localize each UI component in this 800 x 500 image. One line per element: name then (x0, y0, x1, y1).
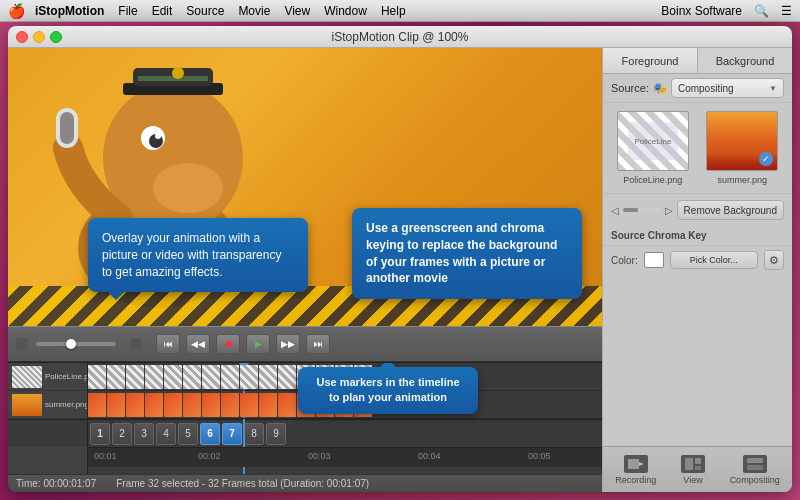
svg-text:PoliceLine: PoliceLine (634, 137, 671, 146)
frame-num-1: 1 (90, 423, 110, 445)
tooltip-overlay-left: Overlay your animation with a picture or… (88, 218, 308, 292)
right-bottom-toolbar: Recording View Compositing (603, 446, 792, 492)
opacity-slider[interactable] (623, 208, 661, 212)
step-forward-button[interactable]: ▶▶ (276, 334, 300, 354)
thumb-summer-6 (183, 393, 201, 417)
background-tab[interactable]: Background (698, 48, 792, 73)
time-00-04: 00:04 (418, 451, 441, 461)
dropdown-arrow: ▼ (769, 84, 777, 93)
menu-source[interactable]: Source (186, 4, 224, 18)
color-options-button[interactable]: ⚙ (764, 250, 784, 270)
apple-menu[interactable]: 🍎 (8, 3, 25, 19)
thumb-summer-10 (259, 393, 277, 417)
close-button[interactable] (16, 31, 28, 43)
thumb-police-6 (183, 365, 201, 389)
menu-movie[interactable]: Movie (238, 4, 270, 18)
thumb-police-4 (145, 365, 163, 389)
timeline-area: PoliceLine.png summer.png (8, 362, 602, 492)
timeline-ruler: 00:01 00:02 00:03 00:04 00:05 (88, 447, 602, 467)
video-preview[interactable]: Overlay your animation with a picture or… (8, 48, 602, 326)
timeline-marker-tooltip: Use markers in the timeline to plan your… (298, 367, 478, 414)
time-00-05: 00:05 (528, 451, 551, 461)
compositing-tool-icon (743, 455, 767, 473)
compositing-icon: 🎭 (653, 82, 667, 95)
frame-info: Frame 32 selected - 32 Frames total (Dur… (116, 478, 369, 489)
playback-scrubber[interactable] (36, 342, 116, 346)
recording-icon (624, 455, 648, 473)
clip-end-icon (130, 338, 142, 350)
window-title: iStopMotion Clip @ 100% (332, 30, 469, 44)
time-display: Time: 00:00:01:07 (16, 478, 96, 489)
police-thumb-svg: PoliceLine (618, 112, 688, 170)
menu-edit[interactable]: Edit (152, 4, 173, 18)
recording-tool[interactable]: Recording (607, 451, 664, 489)
clip-icon (16, 338, 28, 350)
play-button[interactable]: ▶ (246, 334, 270, 354)
thumb-police-11 (278, 365, 296, 389)
frame-num-8: 8 (244, 423, 264, 445)
search-icon[interactable]: 🔍 (754, 4, 769, 18)
menu-help[interactable]: Help (381, 4, 406, 18)
thumb-summer-4 (145, 393, 163, 417)
minimize-button[interactable] (33, 31, 45, 43)
rewind-button[interactable]: ⏮ (156, 334, 180, 354)
thumb-summer-container: ✓ summer.png (701, 111, 785, 185)
svg-marker-15 (639, 462, 644, 466)
recording-label: Recording (615, 475, 656, 485)
app-name[interactable]: iStopMotion (35, 4, 104, 18)
police-thumb-label: PoliceLine.png (623, 175, 682, 185)
pick-color-button[interactable]: Pick Color... (670, 251, 758, 269)
thumb-police-7 (202, 365, 220, 389)
color-swatch[interactable] (644, 252, 664, 268)
thumb-summer-8 (221, 393, 239, 417)
svg-rect-18 (695, 466, 701, 470)
svg-rect-7 (60, 112, 74, 144)
record-button[interactable]: ⏺ (216, 334, 240, 354)
menu-view[interactable]: View (284, 4, 310, 18)
step-back-button[interactable]: ◀◀ (186, 334, 210, 354)
frame-num-2: 2 (112, 423, 132, 445)
thumb-summer-1 (88, 393, 106, 417)
svg-point-2 (153, 163, 223, 213)
main-window: iStopMotion Clip @ 100% (8, 26, 792, 492)
foreground-tab[interactable]: Foreground (603, 48, 698, 73)
fg-bg-tabs: Foreground Background (603, 48, 792, 74)
scrubber-thumb[interactable] (66, 339, 76, 349)
compositing-label: Compositing (730, 475, 780, 485)
tooltip-chroma-right: Use a greenscreen and chroma keying to r… (352, 208, 582, 299)
menu-file[interactable]: File (118, 4, 137, 18)
svg-rect-14 (628, 459, 639, 469)
view-label: View (683, 475, 702, 485)
remove-bg-button[interactable]: Remove Background (677, 200, 784, 220)
summer-thumb-label: summer.png (717, 175, 767, 185)
thumb-summer-3 (126, 393, 144, 417)
svg-rect-10 (138, 76, 208, 81)
fast-forward-button[interactable]: ⏭ (306, 334, 330, 354)
police-thumb-img[interactable]: PoliceLine (617, 111, 689, 171)
traffic-lights (16, 31, 62, 43)
track-label-police: PoliceLine.png (8, 363, 87, 391)
timeline-content[interactable]: 1 2 3 4 5 6 7 8 9 (88, 363, 602, 474)
thumb-police-container: PoliceLine PoliceLine.png (611, 111, 695, 185)
compositing-tool[interactable]: Compositing (722, 451, 788, 489)
source-dropdown[interactable]: Compositing ▼ (671, 78, 784, 98)
boinx-label: Boinx Software (661, 4, 742, 18)
thumb-police-8 (221, 365, 239, 389)
content-area: Overlay your animation with a picture or… (8, 48, 792, 492)
view-tool[interactable]: View (673, 451, 713, 489)
svg-rect-19 (747, 458, 763, 463)
summer-thumb-img[interactable]: ✓ (706, 111, 778, 171)
chroma-key-label: Source Chroma Key (603, 226, 792, 246)
menu-icon[interactable]: ☰ (781, 4, 792, 18)
menu-window[interactable]: Window (324, 4, 367, 18)
slider-max-icon: ▷ (665, 205, 673, 216)
menubar: 🍎 iStopMotion File Edit Source Movie Vie… (0, 0, 800, 22)
titlebar: iStopMotion Clip @ 100% (8, 26, 792, 48)
maximize-button[interactable] (50, 31, 62, 43)
svg-point-5 (155, 133, 161, 139)
thumb-police-10 (259, 365, 277, 389)
svg-rect-17 (695, 458, 701, 464)
time-00-01: 00:01 (94, 451, 117, 461)
timeline-tracks: PoliceLine.png summer.png (8, 363, 602, 474)
color-row: Color: Pick Color... ⚙ (603, 246, 792, 274)
